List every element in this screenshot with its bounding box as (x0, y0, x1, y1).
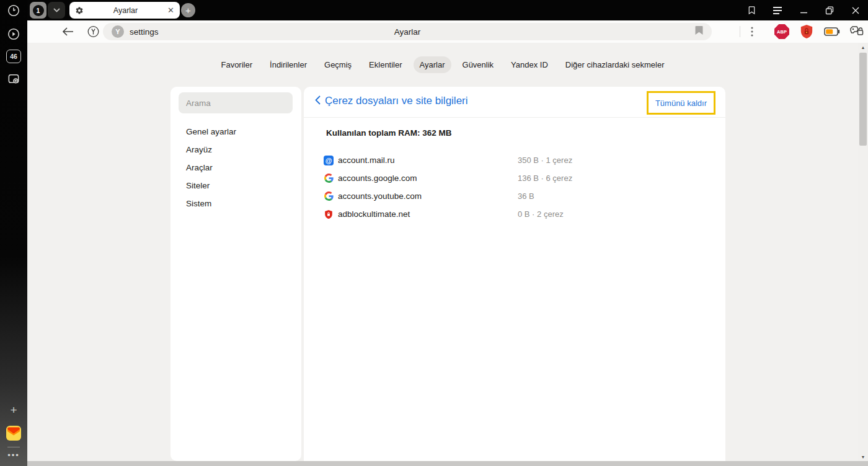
cookies-panel: Çerez dosyaları ve site bilgileri Tümünü… (304, 87, 725, 462)
sidebar-item-genel-ayarlar[interactable]: Genel ayarlar (170, 123, 301, 141)
settings-sidebar-items: Genel ayarlarArayüzAraçlarSitelerSistem (170, 123, 301, 213)
side-panel-bookmark-icon[interactable] (744, 3, 759, 18)
site-row[interactable]: @ account.mail.ru 350 B · 1 çerez (304, 151, 725, 169)
scrollbar-thumb[interactable] (859, 53, 867, 146)
screenshot-icon[interactable] (7, 72, 21, 86)
back-button[interactable] (62, 27, 74, 37)
browser-side-rail: 46 + ••• (0, 0, 27, 466)
adblock-plus-extension-icon[interactable]: ABP (774, 24, 789, 39)
tab-group-button[interactable]: 1 (30, 2, 46, 19)
back-chevron-icon[interactable] (315, 95, 321, 107)
active-tab[interactable]: Ayarlar ✕ (69, 2, 180, 19)
sidebar-item-aray-z[interactable]: Arayüz (170, 141, 301, 159)
nav-tab-ayarlar[interactable]: Ayarlar (414, 56, 451, 73)
site-size-info: 136 B · 6 çerez (518, 174, 572, 183)
menu-hamburger-icon[interactable] (770, 3, 785, 18)
site-size-info: 36 B (518, 191, 534, 201)
player-icon[interactable] (7, 27, 20, 41)
kebab-menu-icon[interactable] (751, 27, 753, 37)
site-row[interactable]: accounts.youtube.com 36 B (304, 187, 725, 205)
bottom-window-strip (27, 461, 868, 466)
site-list: @ account.mail.ru 350 B · 1 çerez (304, 151, 725, 223)
remove-all-button[interactable]: Tümünü kaldır (655, 99, 707, 108)
site-row[interactable]: accounts.google.com 136 B · 6 çerez (304, 169, 725, 187)
site-favicon: @ (324, 156, 334, 165)
tab-title: Ayarlar (84, 6, 167, 15)
site-name: accounts.google.com (338, 174, 417, 183)
google-g-icon (324, 191, 334, 201)
add-panel-icon[interactable]: + (10, 403, 17, 417)
battery-saver-extension-icon[interactable] (824, 27, 840, 36)
yandex-home-button[interactable] (87, 25, 100, 38)
scroll-down-arrow-icon[interactable]: ▼ (858, 452, 868, 461)
site-row[interactable]: adblockultimate.net 0 B · 2 çerez (304, 205, 725, 223)
cookies-panel-title[interactable]: Çerez dosyaları ve site bilgileri (325, 95, 468, 107)
adblock-shield-extension-icon[interactable] (800, 24, 813, 39)
cookies-panel-header: Çerez dosyaları ve site bilgileri Tümünü… (304, 87, 725, 118)
site-size-info: 0 B · 2 çerez (518, 209, 564, 219)
scroll-up-arrow-icon[interactable]: ▲ (858, 43, 868, 51)
rail-divider (7, 447, 20, 447)
settings-sidebar: Genel ayarlarArayüzAraçlarSitelerSistem (170, 87, 301, 461)
address-url-text: settings (130, 27, 159, 37)
site-name: adblockultimate.net (338, 209, 410, 219)
chevron-down-icon (53, 8, 60, 12)
ram-usage-text: Kullanılan toplam RAM: 362 MB (326, 128, 452, 138)
site-favicon (324, 191, 334, 201)
settings-page: FavorilerİndirilenlerGeçmişEklentilerAya… (27, 43, 868, 466)
minimize-button[interactable] (796, 3, 811, 18)
tabs-counter-icon[interactable]: 46 (6, 50, 21, 63)
settings-search-input[interactable] (179, 92, 293, 113)
nav-tab-favoriler[interactable]: Favoriler (215, 56, 259, 73)
nav-tab-di-er-cihazlardaki-sekmeler[interactable]: Diğer cihazlardaki sekmeler (559, 56, 671, 73)
history-clock-icon[interactable] (7, 4, 20, 17)
address-bar[interactable]: Y settings Ayarlar (103, 23, 712, 40)
tab-close-icon[interactable]: ✕ (167, 6, 174, 14)
nav-tab-g-venlik[interactable]: Güvenlik (456, 56, 500, 73)
address-centered-title: Ayarlar (103, 27, 712, 37)
tab-strip: 1 Ayarlar ✕ + (27, 0, 868, 20)
passwords-keys-extension-icon[interactable] (849, 25, 864, 38)
vertical-scrollbar[interactable]: ▲ ▼ (858, 43, 868, 461)
adblock-shield-favicon (324, 209, 333, 219)
nav-tab-ge-mi[interactable]: Geçmiş (318, 56, 358, 73)
google-g-icon (324, 174, 334, 183)
sidebar-item-sistem[interactable]: Sistem (170, 195, 301, 213)
page-favicon: Y (112, 25, 124, 38)
mailru-at-icon: @ (324, 156, 334, 165)
tab-counter-value: 46 (6, 50, 21, 63)
settings-gear-icon (75, 6, 84, 15)
site-name: account.mail.ru (338, 156, 395, 165)
sidebar-item-ara-lar[interactable]: Araçlar (170, 159, 301, 177)
nav-tab-eklentiler[interactable]: Eklentiler (363, 56, 408, 73)
site-favicon (324, 174, 334, 183)
new-tab-button[interactable]: + (181, 3, 195, 17)
settings-top-nav: FavorilerİndirilenlerGeçmişEklentilerAya… (27, 56, 858, 73)
yandex-mail-icon[interactable] (6, 425, 22, 441)
site-name: accounts.youtube.com (338, 191, 422, 201)
close-window-button[interactable] (848, 3, 863, 18)
tab-group-chevron-button[interactable] (48, 2, 65, 19)
rail-more-icon[interactable]: ••• (7, 451, 20, 460)
nav-tab-i-ndirilenler[interactable]: İndirilenler (264, 56, 313, 73)
site-size-info: 350 B · 1 çerez (518, 156, 572, 165)
nav-tab-yandex-id[interactable]: Yandex ID (505, 56, 554, 73)
toolbar-divider (740, 26, 740, 37)
restore-button[interactable] (822, 3, 837, 18)
site-favicon (324, 209, 334, 219)
remove-all-highlight-box: Tümünü kaldır (647, 91, 715, 115)
sidebar-item-siteler[interactable]: Siteler (170, 177, 301, 195)
tab-group-count: 1 (33, 5, 44, 16)
browser-toolbar: Y settings Ayarlar ABP (27, 20, 868, 43)
bookmark-icon[interactable] (695, 26, 703, 37)
